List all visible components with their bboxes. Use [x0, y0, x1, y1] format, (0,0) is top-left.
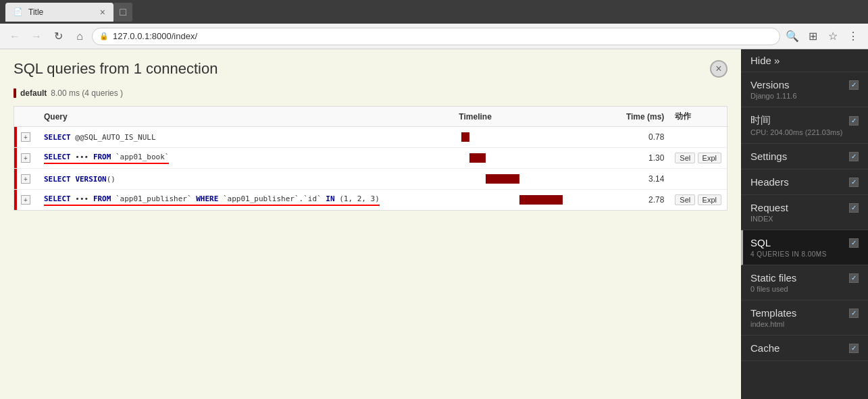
timeline-cell — [453, 169, 602, 190]
address-bar[interactable]: 🔒 127.0.0.1:8000/index/ — [92, 28, 780, 45]
new-tab-button[interactable]: □ — [113, 3, 132, 22]
row-marker-bar — [14, 127, 17, 147]
sidebar-checkbox-static_files[interactable] — [849, 273, 859, 283]
sel-button[interactable]: Sel — [675, 153, 695, 163]
expl-button[interactable]: Expl — [698, 153, 721, 163]
action-cell — [669, 169, 727, 190]
panel-header: SQL queries from 1 connection × — [0, 49, 741, 86]
timeline-bar — [519, 195, 563, 205]
time-cell: 1.30 — [602, 148, 669, 169]
expand-button[interactable]: + — [21, 174, 30, 184]
nav-bar: ← → ↻ ⌂ 🔒 127.0.0.1:8000/index/ 🔍 ⊞ ☆ ⋮ — [0, 24, 868, 49]
timeline-bar — [461, 132, 469, 142]
sidebar: Hide » VersionsDjango 1.11.6时间CPU: 204.0… — [741, 49, 868, 399]
back-button[interactable]: ← — [5, 27, 24, 46]
sidebar-item-meta-templates: index.html — [750, 320, 859, 328]
sidebar-item-title-settings: Settings — [750, 151, 787, 162]
expand-button[interactable]: + — [21, 132, 30, 142]
query-text: SELECT ••• FROM `app01_book` — [44, 153, 169, 164]
tab-close-button[interactable]: × — [100, 7, 105, 18]
browser-chrome: 📄 Title × □ — [0, 0, 868, 24]
timeline-bar — [486, 174, 519, 184]
sidebar-checkbox-request[interactable] — [849, 203, 859, 213]
nav-actions: 🔍 ⊞ ☆ ⋮ — [783, 27, 863, 46]
section-meta: 8.00 ms (4 queries ) — [51, 88, 123, 98]
sidebar-item-header-settings: Settings — [750, 151, 859, 162]
sidebar-item-templates[interactable]: Templatesindex.html — [741, 300, 868, 336]
sidebar-item-header-request: Request — [750, 202, 859, 213]
timeline-cell — [453, 148, 602, 169]
sidebar-item-header-time: 时间 — [750, 114, 859, 127]
sidebar-item-request[interactable]: RequestINDEX — [741, 195, 868, 230]
translate-button[interactable]: ⊞ — [803, 27, 822, 46]
expl-button[interactable]: Expl — [698, 194, 721, 205]
sidebar-item-header-headers: Headers — [750, 176, 859, 188]
sidebar-checkbox-settings[interactable] — [849, 152, 859, 161]
tab-title: Title — [28, 7, 43, 17]
sidebar-checkbox-cache[interactable] — [849, 344, 859, 353]
address-text: 127.0.0.1:8000/index/ — [113, 31, 773, 41]
section-label: default 8.00 ms (4 queries ) — [0, 86, 741, 101]
table-row: +SELECT ••• FROM `app01_publisher` WHERE… — [14, 190, 727, 211]
sidebar-item-time[interactable]: 时间CPU: 204.00ms (221.03ms) — [741, 107, 868, 144]
expand-button[interactable]: + — [21, 195, 30, 205]
sidebar-item-sql[interactable]: SQL4 queries in 8.00ms — [741, 230, 868, 265]
bookmark-button[interactable]: ☆ — [823, 27, 842, 46]
table-row: +SELECT @@SQL_AUTO_IS_NULL0.78 — [14, 127, 727, 148]
sidebar-item-title-templates: Templates — [750, 307, 796, 319]
sidebar-item-meta-time: CPU: 204.00ms (221.03ms) — [750, 128, 859, 136]
sidebar-checkbox-headers[interactable] — [849, 178, 859, 187]
expand-button[interactable]: + — [21, 153, 30, 163]
panel-title: SQL queries from 1 connection — [14, 60, 218, 78]
query-text-cell: SELECT ••• FROM `app01_book` — [39, 148, 453, 169]
query-table: Query Timeline Time (ms) 动作 +SELECT @@SQ… — [14, 106, 727, 211]
sel-button[interactable]: Sel — [675, 194, 695, 205]
action-cell — [669, 127, 727, 148]
row-marker-bar — [14, 148, 17, 168]
sidebar-item-header-sql: SQL — [750, 237, 859, 248]
sidebar-checkbox-templates[interactable] — [849, 309, 859, 318]
time-cell: 3.14 — [602, 169, 669, 190]
sidebar-item-title-request: Request — [750, 202, 788, 213]
panel-close-button[interactable]: × — [710, 60, 727, 78]
sidebar-item-meta-sql: 4 queries in 8.00ms — [750, 250, 859, 258]
action-cell: Sel Expl — [669, 148, 727, 169]
timeline-cell — [453, 127, 602, 148]
row-marker-bar — [14, 169, 17, 189]
main-layout: SQL queries from 1 connection × default … — [0, 49, 868, 399]
sidebar-item-headers[interactable]: Headers — [741, 169, 868, 195]
browser-tab[interactable]: 📄 Title × — [5, 3, 113, 22]
query-text: SELECT VERSION() — [44, 175, 116, 184]
tab-icon: 📄 — [14, 7, 23, 16]
sidebar-item-title-static_files: Static files — [750, 272, 796, 284]
time-col-header: Time (ms) — [602, 107, 669, 127]
sidebar-item-title-versions: Versions — [750, 79, 790, 90]
table-row: +SELECT ••• FROM `app01_book`1.30Sel Exp… — [14, 148, 727, 169]
home-button[interactable]: ⌂ — [70, 27, 89, 46]
query-text: SELECT @@SQL_AUTO_IS_NULL — [44, 133, 156, 142]
sidebar-checkbox-sql[interactable] — [849, 238, 859, 248]
sidebar-item-settings[interactable]: Settings — [741, 144, 868, 169]
sidebar-checkbox-versions[interactable] — [849, 80, 859, 90]
content-area: SQL queries from 1 connection × default … — [0, 49, 741, 399]
sidebar-item-versions[interactable]: VersionsDjango 1.11.6 — [741, 72, 868, 107]
sidebar-item-title-sql: SQL — [750, 237, 771, 248]
table-header-row: Query Timeline Time (ms) 动作 — [14, 107, 727, 127]
forward-button[interactable]: → — [27, 27, 46, 46]
hide-panel-button[interactable]: Hide » — [741, 49, 868, 72]
row-marker-bar — [14, 190, 17, 210]
query-col-header: Query — [39, 107, 453, 127]
search-button[interactable]: 🔍 — [783, 27, 802, 46]
sidebar-item-static_files[interactable]: Static files0 files used — [741, 265, 868, 300]
reload-button[interactable]: ↻ — [49, 27, 68, 46]
table-row: +SELECT VERSION()3.14 — [14, 169, 727, 190]
sidebar-item-header-versions: Versions — [750, 79, 859, 90]
sidebar-item-cache[interactable]: Cache — [741, 336, 868, 361]
query-text: SELECT ••• FROM `app01_publisher` WHERE … — [44, 194, 380, 206]
action-cell: Sel Expl — [669, 190, 727, 211]
menu-button[interactable]: ⋮ — [844, 27, 863, 46]
sidebar-checkbox-time[interactable] — [849, 116, 859, 126]
timeline-bar — [469, 153, 486, 163]
sidebar-item-header-templates: Templates — [750, 307, 859, 319]
sidebar-item-title-time: 时间 — [750, 114, 771, 127]
